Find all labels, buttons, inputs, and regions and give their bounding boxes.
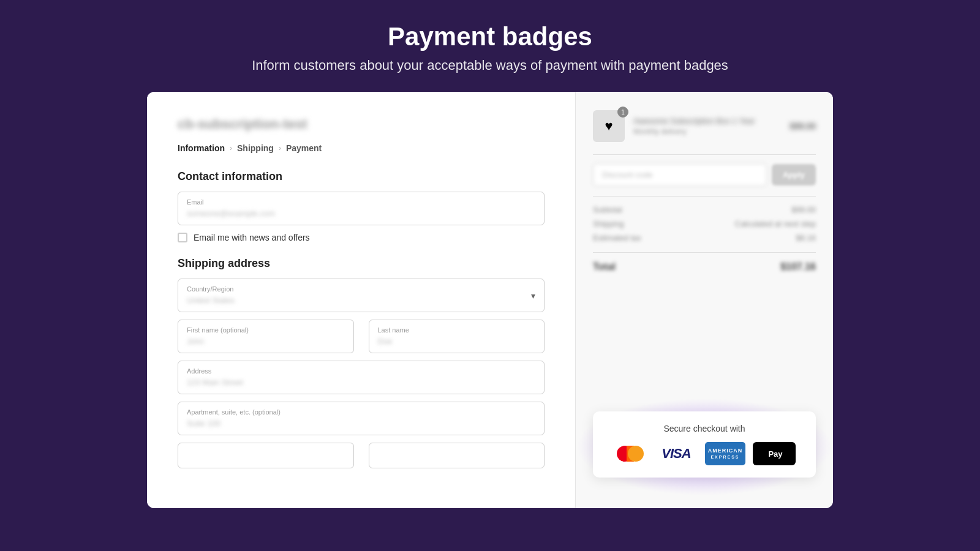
contact-section-title: Contact information [178,170,545,183]
breadcrumb-shipping[interactable]: Shipping [237,143,274,153]
order-item-image: ♥ 1 [593,110,625,142]
country-label: Country/Region [187,285,535,293]
last-name-label: Last name [378,326,536,334]
newsletter-checkbox[interactable] [178,233,187,242]
apple-pay-text: Pay [768,449,782,459]
last-name-wrap: Last name Doe [369,320,545,353]
amex-text-line1: AMERICAN [708,448,743,455]
city-wrap [178,443,354,468]
country-select-wrap[interactable]: Country/Region United States ▾ [178,279,545,312]
total-label: Total [593,261,616,272]
order-item-variant: Monthly delivery [633,127,781,136]
page-title: Payment badges [252,22,728,51]
order-summary-panel: ♥ 1 Awesome Subscription Box 1 Year Mont… [576,92,833,508]
shipping-value: Calculated at next step [735,219,816,228]
newsletter-row: Email me with news and offers [178,233,545,242]
country-value: United States [187,296,235,305]
address-wrap: Address 123 Main Street [178,361,545,394]
subtotal-label: Subtotal [593,205,622,214]
tax-line: Estimated tax $8.16 [593,233,816,242]
demo-container: cb-subscription-test Information › Shipp… [147,92,833,508]
subtotal-line: Subtotal $99.00 [593,205,816,214]
divider-3 [593,252,816,253]
visa-logo-text: VISA [662,446,690,462]
amex-logo: AMERICAN EXPRESS [708,448,743,460]
first-name-value: John [187,337,204,346]
discount-input[interactable]: Discount code [593,163,767,186]
item-quantity-badge: 1 [617,107,628,118]
shipping-section-title: Shipping address [178,257,545,270]
summary-lines: Subtotal $99.00 Shipping Calculated at n… [593,205,816,242]
mastercard-logo [617,445,644,462]
breadcrumb: Information › Shipping › Payment [178,143,545,153]
page-subtitle: Inform customers about your acceptable w… [252,58,728,73]
total-line: Total $107.16 [593,261,816,272]
order-item: ♥ 1 Awesome Subscription Box 1 Year Mont… [593,110,816,142]
email-value: someone@example.com [187,209,275,218]
order-item-details: Awesome Subscription Box 1 Year Monthly … [633,116,781,136]
discount-row: Discount code Apply [593,163,816,186]
order-item-price: $99.00 [790,121,816,131]
city-state-row [178,443,545,468]
name-row: First name (optional) John Last name Doe [178,320,545,353]
secure-checkout-text: Secure checkout with [608,424,801,433]
store-name: cb-subscription-test [178,116,545,132]
divider-2 [593,196,816,197]
breadcrumb-information[interactable]: Information [178,143,225,153]
shipping-line: Shipping Calculated at next step [593,219,816,228]
address-value: 123 Main Street [187,378,243,387]
tax-value: $8.16 [796,233,816,242]
apt-value: Suite 100 [187,419,221,428]
breadcrumb-sep-1: › [230,144,232,152]
address-label: Address [187,367,535,375]
mastercard-badge [613,442,647,465]
page-header: Payment badges Inform customers about yo… [252,0,728,86]
apt-label: Apartment, suite, etc. (optional) [187,408,535,416]
breadcrumb-sep-2: › [279,144,281,152]
mc-orange-circle [628,446,644,462]
state-wrap [369,443,545,468]
visa-badge: VISA [655,442,698,465]
last-name-value: Doe [378,337,393,346]
divider-1 [593,154,816,155]
tax-label: Estimated tax [593,233,641,242]
first-name-label: First name (optional) [187,326,345,334]
apt-wrap: Apartment, suite, etc. (optional) Suite … [178,402,545,435]
amex-text-line2: EXPRESS [708,454,743,460]
order-item-name: Awesome Subscription Box 1 Year [633,116,781,126]
subtotal-value: $99.00 [791,205,816,214]
chevron-down-icon: ▾ [531,291,535,301]
checkout-form-panel: cb-subscription-test Information › Shipp… [147,92,576,508]
first-name-wrap: First name (optional) John [178,320,354,353]
newsletter-label: Email me with news and offers [194,233,310,242]
email-label: Email [187,198,535,206]
amex-badge: AMERICAN EXPRESS [705,442,745,465]
shipping-label: Shipping [593,219,624,228]
apply-discount-button[interactable]: Apply [772,164,816,186]
payment-badges-card: Secure checkout with VISA [593,411,816,478]
total-value: $107.16 [780,261,816,272]
apple-pay-badge: Pay [753,442,796,465]
breadcrumb-payment[interactable]: Payment [286,143,322,153]
badges-row: VISA AMERICAN EXPRESS Pay [608,442,801,465]
email-field-wrap: Email someone@example.com [178,192,545,225]
